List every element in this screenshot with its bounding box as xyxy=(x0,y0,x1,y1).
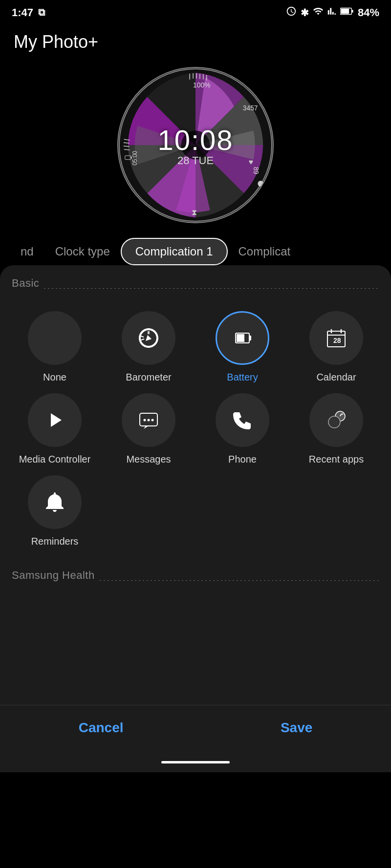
svg-text:05:00: 05:00 xyxy=(131,150,138,165)
home-indicator-bar xyxy=(0,755,391,772)
svg-line-25 xyxy=(141,339,144,340)
bell-icon xyxy=(43,490,66,514)
tab-nd[interactable]: nd xyxy=(10,238,44,265)
tab-clock-type[interactable]: Clock type xyxy=(44,238,121,265)
battery-complication-icon xyxy=(231,326,254,350)
home-indicator xyxy=(161,761,230,763)
screen-mirror-icon: ⧉ xyxy=(38,7,45,18)
save-button[interactable]: Save xyxy=(251,715,342,741)
tab-row: nd Clock type Complication 1 Complicat xyxy=(0,238,391,265)
basic-grid: None Barometer xyxy=(12,311,379,548)
battery-percent: 84% xyxy=(358,6,379,19)
svg-point-18 xyxy=(258,181,263,187)
messages-icon xyxy=(137,408,160,432)
svg-text:3457: 3457 xyxy=(243,104,258,112)
recent-apps-icon-wrap xyxy=(309,393,363,447)
svg-text:⧗: ⧗ xyxy=(192,208,197,216)
comp-media-controller[interactable]: Media Controller xyxy=(12,393,98,466)
svg-rect-1 xyxy=(341,9,349,14)
svg-text:28: 28 xyxy=(333,337,341,344)
status-right: ✱ 84% xyxy=(286,6,379,19)
reminders-label: Reminders xyxy=(31,535,79,548)
phone-icon xyxy=(231,408,254,432)
status-bar: 1:47 ⧉ ✱ 84% xyxy=(0,0,391,23)
svg-line-13 xyxy=(124,143,130,143)
svg-text:♥: ♥ xyxy=(249,158,253,166)
cancel-button[interactable]: Cancel xyxy=(49,715,153,741)
comp-calendar[interactable]: 28 Calendar xyxy=(293,311,379,383)
comp-messages[interactable]: Messages xyxy=(106,393,192,466)
comp-barometer[interactable]: Barometer xyxy=(106,311,192,383)
samsung-health-section-header: Samsung Health xyxy=(12,557,379,595)
recent-apps-label: Recent apps xyxy=(309,453,364,466)
svg-line-24 xyxy=(141,336,144,337)
barometer-icon xyxy=(137,326,160,350)
calendar-icon: 28 xyxy=(325,326,348,350)
bottom-sheet: Basic None Barometer xyxy=(0,265,391,705)
svg-point-38 xyxy=(152,419,154,422)
watch-face: 100% 05:00 89 3457 ♥ xyxy=(117,67,274,223)
basic-section-header: Basic xyxy=(12,277,379,299)
play-icon xyxy=(43,408,66,432)
svg-line-14 xyxy=(124,146,130,147)
watch-preview: 100% 05:00 89 3457 ♥ xyxy=(0,57,391,238)
media-controller-icon-wrap xyxy=(28,393,82,447)
svg-text:100%: 100% xyxy=(193,81,210,89)
samsung-health-label: Samsung Health xyxy=(12,569,95,582)
svg-point-36 xyxy=(144,419,146,422)
calendar-icon-wrap: 28 xyxy=(309,311,363,365)
recent-apps-icon xyxy=(325,408,348,432)
watch-time-overlay: 10:08 28 TUE xyxy=(157,124,233,167)
page-title: My Photo+ xyxy=(0,23,391,57)
none-icon-wrap xyxy=(28,311,82,365)
status-left: 1:47 ⧉ xyxy=(12,6,45,19)
time-display: 1:47 xyxy=(12,6,33,19)
calendar-label: Calendar xyxy=(316,371,356,383)
signal-icon xyxy=(327,6,336,19)
footer: Cancel Save xyxy=(0,705,391,755)
watch-time: 10:08 xyxy=(157,124,233,156)
bluetooth-icon: ✱ xyxy=(301,7,309,19)
comp-battery[interactable]: Battery xyxy=(199,311,285,383)
phone-icon-wrap xyxy=(216,393,269,447)
basic-dots xyxy=(44,288,379,289)
svg-rect-27 xyxy=(237,334,244,342)
comp-recent-apps[interactable]: Recent apps xyxy=(293,393,379,466)
none-label: None xyxy=(43,371,66,383)
media-controller-label: Media Controller xyxy=(19,453,91,466)
tab-complication-1[interactable]: Complication 1 xyxy=(121,238,228,265)
reminders-icon-wrap xyxy=(28,475,82,529)
phone-label: Phone xyxy=(228,453,257,466)
barometer-icon-wrap xyxy=(122,311,175,365)
svg-rect-28 xyxy=(249,336,251,340)
wifi-icon xyxy=(313,6,324,19)
svg-point-37 xyxy=(148,419,150,422)
tab-complication-2[interactable]: Complicat xyxy=(228,238,302,265)
comp-phone[interactable]: Phone xyxy=(199,393,285,466)
messages-icon-wrap xyxy=(122,393,175,447)
basic-label: Basic xyxy=(12,277,39,290)
svg-text:89: 89 xyxy=(252,167,260,174)
samsung-health-dots xyxy=(100,580,379,581)
svg-rect-2 xyxy=(352,10,353,13)
barometer-label: Barometer xyxy=(126,371,171,383)
battery-icon xyxy=(340,6,354,19)
battery-icon-wrap xyxy=(216,311,269,365)
battery-label: Battery xyxy=(227,371,258,383)
svg-rect-21 xyxy=(131,157,132,159)
comp-reminders[interactable]: Reminders xyxy=(12,475,98,548)
alarm-icon xyxy=(286,6,297,19)
svg-marker-34 xyxy=(51,413,62,427)
messages-label: Messages xyxy=(126,453,171,466)
comp-none[interactable]: None xyxy=(12,311,98,383)
svg-line-15 xyxy=(124,149,130,150)
